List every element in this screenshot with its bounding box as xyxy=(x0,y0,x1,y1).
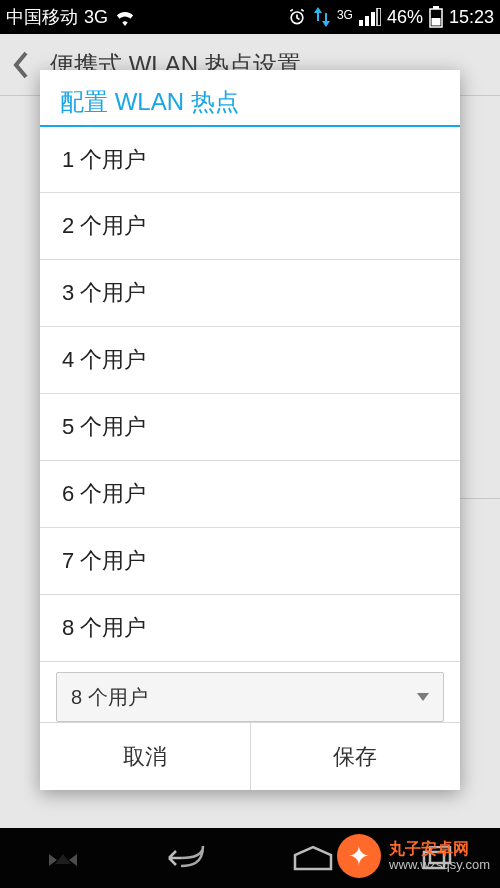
nav-recents-button[interactable] xyxy=(403,838,473,878)
option-label: 7 个用户 xyxy=(62,546,146,576)
user-count-option[interactable]: 6 个用户 xyxy=(40,460,460,528)
battery-icon xyxy=(429,6,443,28)
cancel-label: 取消 xyxy=(123,742,167,772)
dialog-buttons: 取消 保存 xyxy=(40,722,460,790)
selected-value: 8 个用户 xyxy=(71,684,148,711)
wifi-icon xyxy=(114,8,136,26)
user-count-option[interactable]: 1 个用户 xyxy=(40,125,460,193)
sync-arrows-icon xyxy=(313,7,331,27)
svg-rect-2 xyxy=(365,16,369,26)
status-right: 3G 46% 15:23 xyxy=(287,6,494,28)
user-count-option[interactable]: 7 个用户 xyxy=(40,527,460,595)
svg-rect-3 xyxy=(371,12,375,26)
option-label: 1 个用户 xyxy=(62,145,146,175)
alarm-icon xyxy=(287,7,307,27)
status-bar: 中国移动 3G 3G 46% 15:23 xyxy=(0,0,500,34)
battery-pct: 46% xyxy=(387,7,423,28)
option-label: 6 个用户 xyxy=(62,479,146,509)
nav-menu-button[interactable] xyxy=(28,838,98,878)
option-label: 2 个用户 xyxy=(62,211,146,241)
status-left: 中国移动 3G xyxy=(6,5,136,29)
user-count-option[interactable]: 4 个用户 xyxy=(40,326,460,394)
cancel-button[interactable]: 取消 xyxy=(40,723,250,790)
system-nav-bar xyxy=(0,828,500,888)
max-users-select[interactable]: 8 个用户 xyxy=(56,672,444,722)
screen: 中国移动 3G 3G 46% 15:23 xyxy=(0,0,500,888)
user-count-option[interactable]: 3 个用户 xyxy=(40,259,460,327)
carrier-label: 中国移动 xyxy=(6,5,78,29)
back-icon[interactable] xyxy=(12,51,30,79)
svg-rect-4 xyxy=(377,8,381,26)
chevron-down-icon xyxy=(417,693,429,701)
signal-icon xyxy=(359,8,381,26)
selected-row: 8 个用户 xyxy=(56,672,444,722)
option-label: 4 个用户 xyxy=(62,345,146,375)
svg-rect-6 xyxy=(433,6,439,9)
user-count-option[interactable]: 5 个用户 xyxy=(40,393,460,461)
network-label: 3G xyxy=(84,7,108,28)
save-button[interactable]: 保存 xyxy=(250,723,461,790)
nav-back-button[interactable] xyxy=(153,838,223,878)
user-count-option[interactable]: 2 个用户 xyxy=(40,192,460,260)
option-label: 3 个用户 xyxy=(62,278,146,308)
option-label: 5 个用户 xyxy=(62,412,146,442)
configure-hotspot-dialog: 配置 WLAN 热点 1 个用户 2 个用户 3 个用户 4 个用户 5 个用户… xyxy=(40,70,460,790)
save-label: 保存 xyxy=(333,742,377,772)
svg-rect-1 xyxy=(359,20,363,26)
clock: 15:23 xyxy=(449,7,494,28)
svg-rect-8 xyxy=(424,852,444,868)
dialog-title: 配置 WLAN 热点 xyxy=(40,70,460,126)
network-sup-label: 3G xyxy=(337,8,353,22)
user-count-list: 1 个用户 2 个用户 3 个用户 4 个用户 5 个用户 6 个用户 7 个用… xyxy=(40,126,460,662)
nav-home-button[interactable] xyxy=(278,838,348,878)
option-label: 8 个用户 xyxy=(62,613,146,643)
svg-rect-7 xyxy=(431,18,440,26)
user-count-option[interactable]: 8 个用户 xyxy=(40,594,460,662)
svg-rect-9 xyxy=(430,847,450,863)
